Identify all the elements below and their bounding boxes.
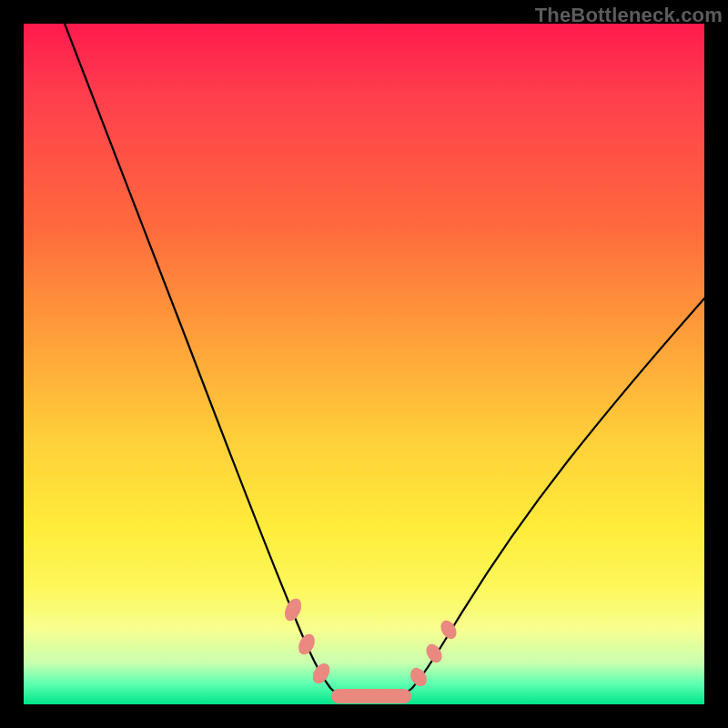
watermark-text: TheBottleneck.com: [535, 4, 723, 27]
curve-layer: [24, 24, 704, 704]
chart-frame: TheBottleneck.com: [0, 0, 728, 728]
marker-dot: [309, 661, 333, 687]
marker-bar: [331, 689, 411, 703]
marker-group: [281, 596, 460, 703]
marker-dot: [296, 632, 318, 658]
marker-dot: [281, 596, 304, 623]
bottleneck-curve: [65, 24, 704, 697]
plot-area: [24, 24, 704, 704]
